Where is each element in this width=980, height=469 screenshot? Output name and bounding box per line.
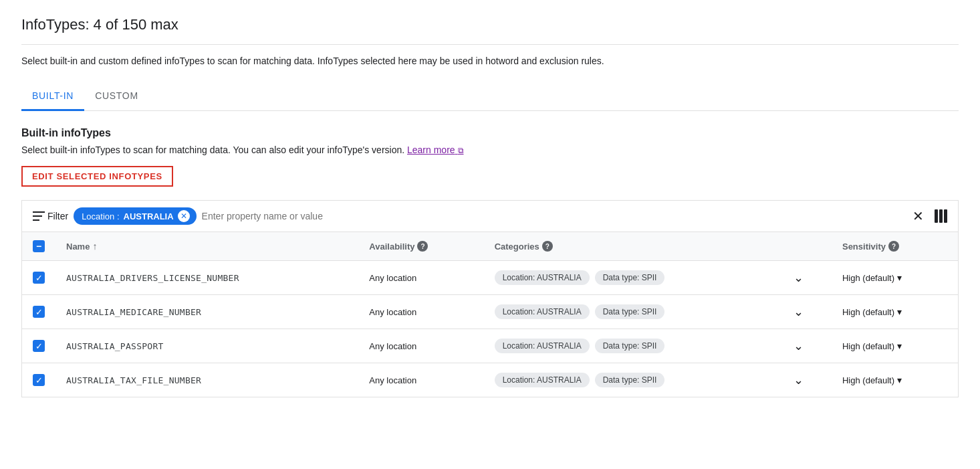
filter-chip: Location : AUSTRALIA ✕ bbox=[74, 207, 196, 225]
filter-icon-label: Filter bbox=[33, 211, 68, 221]
th-checkbox: − bbox=[22, 232, 56, 261]
chip-close-button[interactable]: ✕ bbox=[178, 210, 190, 222]
table-row: ✓AUSTRALIA_MEDICARE_NUMBERAny locationLo… bbox=[22, 295, 959, 329]
row-1-sensitivity-dropdown[interactable]: ▾ bbox=[897, 306, 902, 317]
row-3-sensitivity: High (default)▾ bbox=[832, 363, 959, 397]
sort-icon[interactable]: ↑ bbox=[92, 241, 97, 252]
col-bar-3 bbox=[944, 209, 947, 223]
row-2-sensitivity: High (default)▾ bbox=[832, 329, 959, 363]
th-name-label: Name bbox=[66, 242, 90, 252]
section-description: Select built-in infoTypes to scan for ma… bbox=[21, 145, 959, 155]
divider bbox=[21, 44, 959, 45]
check-icon: ✓ bbox=[35, 274, 43, 282]
row-2-checkbox-cell: ✓ bbox=[22, 329, 56, 363]
infotypes-table: − Name ↑ Availability ? Categories ? bbox=[21, 231, 959, 397]
expand-icon[interactable]: ⌄ bbox=[793, 339, 804, 353]
expand-icon[interactable]: ⌄ bbox=[793, 305, 804, 318]
row-3-name: AUSTRALIA_TAX_FILE_NUMBER bbox=[55, 363, 358, 397]
page-description: Select built-in and custom defined infoT… bbox=[21, 56, 959, 66]
sensitivity-help-icon[interactable]: ? bbox=[888, 241, 899, 252]
row-3-tag-0: Location: AUSTRALIA bbox=[495, 373, 590, 387]
external-link-icon: ⧉ bbox=[458, 146, 464, 155]
row-1-checkbox[interactable]: ✓ bbox=[33, 306, 45, 318]
row-0-expand[interactable]: ⌄ bbox=[783, 261, 832, 295]
row-2-expand[interactable]: ⌄ bbox=[783, 329, 832, 363]
row-3-name-text: AUSTRALIA_TAX_FILE_NUMBER bbox=[66, 375, 201, 385]
row-3-categories: Location: AUSTRALIAData type: SPII bbox=[484, 363, 783, 397]
tabs-container: BUILT-IN CUSTOM bbox=[21, 82, 959, 111]
row-0-name: AUSTRALIA_DRIVERS_LICENSE_NUMBER bbox=[55, 261, 358, 295]
row-1-expand[interactable]: ⌄ bbox=[783, 295, 832, 329]
row-2-tag-1: Data type: SPII bbox=[595, 339, 665, 353]
columns-button[interactable] bbox=[935, 209, 947, 223]
row-2-availability: Any location bbox=[358, 329, 483, 363]
row-3-checkbox-cell: ✓ bbox=[22, 363, 56, 397]
row-0-checkbox-cell: ✓ bbox=[22, 261, 56, 295]
row-1-name-text: AUSTRALIA_MEDICARE_NUMBER bbox=[66, 307, 201, 317]
row-2-tag-0: Location: AUSTRALIA bbox=[495, 339, 590, 353]
row-1-tag-0: Location: AUSTRALIA bbox=[495, 304, 590, 319]
row-0-name-text: AUSTRALIA_DRIVERS_LICENSE_NUMBER bbox=[66, 273, 239, 283]
row-0-sensitivity: High (default)▾ bbox=[832, 261, 959, 295]
table-row: ✓AUSTRALIA_DRIVERS_LICENSE_NUMBERAny loc… bbox=[22, 261, 959, 295]
header-checkbox[interactable]: − bbox=[33, 240, 45, 252]
th-sensitivity-label: Sensitivity bbox=[842, 242, 886, 252]
row-3-sensitivity-dropdown[interactable]: ▾ bbox=[897, 375, 902, 385]
row-0-sensitivity-dropdown[interactable]: ▾ bbox=[897, 272, 902, 283]
check-icon: ✓ bbox=[35, 376, 43, 385]
learn-more-link[interactable]: Learn more ⧉ bbox=[407, 145, 463, 155]
categories-help-icon[interactable]: ? bbox=[542, 241, 553, 252]
th-name: Name ↑ bbox=[55, 232, 358, 261]
row-2-name: AUSTRALIA_PASSPORT bbox=[55, 329, 358, 363]
row-3-checkbox[interactable]: ✓ bbox=[33, 374, 45, 386]
row-1-checkbox-cell: ✓ bbox=[22, 295, 56, 329]
check-icon: ✓ bbox=[35, 308, 43, 316]
section-title: Built-in infoTypes bbox=[21, 127, 959, 139]
row-0-categories: Location: AUSTRALIAData type: SPII bbox=[484, 261, 783, 295]
row-3-sensitivity-value: High (default) bbox=[842, 375, 894, 385]
row-2-categories: Location: AUSTRALIAData type: SPII bbox=[484, 329, 783, 363]
col-bar-1 bbox=[935, 209, 938, 223]
filter-label: Filter bbox=[47, 211, 68, 221]
row-2-sensitivity-value: High (default) bbox=[842, 341, 894, 351]
check-icon: ✓ bbox=[35, 342, 43, 351]
filter-clear-button[interactable]: ✕ bbox=[912, 208, 924, 224]
row-1-availability: Any location bbox=[358, 295, 483, 329]
row-3-tag-1: Data type: SPII bbox=[595, 373, 665, 387]
th-sensitivity: Sensitivity ? bbox=[832, 232, 959, 261]
svg-rect-0 bbox=[33, 211, 45, 213]
row-0-sensitivity-value: High (default) bbox=[842, 273, 894, 283]
chip-value: AUSTRALIA bbox=[124, 211, 174, 221]
table-body: ✓AUSTRALIA_DRIVERS_LICENSE_NUMBERAny loc… bbox=[22, 261, 959, 397]
row-1-name: AUSTRALIA_MEDICARE_NUMBER bbox=[55, 295, 358, 329]
expand-icon[interactable]: ⌄ bbox=[793, 373, 804, 387]
row-2-sensitivity-dropdown[interactable]: ▾ bbox=[897, 341, 902, 351]
table-header-row: − Name ↑ Availability ? Categories ? bbox=[22, 232, 959, 261]
row-2-name-text: AUSTRALIA_PASSPORT bbox=[66, 341, 164, 351]
availability-help-icon[interactable]: ? bbox=[417, 241, 428, 252]
filter-input[interactable] bbox=[202, 211, 907, 221]
tab-custom[interactable]: CUSTOM bbox=[84, 82, 149, 111]
row-0-availability: Any location bbox=[358, 261, 483, 295]
tab-built-in[interactable]: BUILT-IN bbox=[21, 82, 84, 111]
row-0-tag-1: Data type: SPII bbox=[595, 270, 665, 285]
table-row: ✓AUSTRALIA_TAX_FILE_NUMBERAny locationLo… bbox=[22, 363, 959, 397]
row-2-checkbox[interactable]: ✓ bbox=[33, 340, 45, 352]
th-categories: Categories ? bbox=[484, 232, 783, 261]
page-title: InfoTypes: 4 of 150 max bbox=[21, 16, 959, 33]
row-0-checkbox[interactable]: ✓ bbox=[33, 272, 45, 284]
th-categories-label: Categories bbox=[495, 242, 539, 252]
filter-lines-icon bbox=[33, 211, 45, 221]
col-bar-2 bbox=[939, 209, 943, 223]
expand-icon[interactable]: ⌄ bbox=[793, 271, 804, 284]
th-expand bbox=[783, 232, 832, 261]
svg-rect-1 bbox=[33, 215, 42, 217]
th-availability: Availability ? bbox=[358, 232, 483, 261]
row-3-expand[interactable]: ⌄ bbox=[783, 363, 832, 397]
th-availability-label: Availability bbox=[369, 242, 414, 252]
row-3-availability: Any location bbox=[358, 363, 483, 397]
row-0-tag-0: Location: AUSTRALIA bbox=[495, 270, 590, 285]
filter-actions: ✕ bbox=[912, 208, 947, 224]
chip-prefix: Location : bbox=[82, 211, 119, 221]
edit-selected-infotypes-button[interactable]: EDIT SELECTED INFOTYPES bbox=[21, 166, 173, 187]
